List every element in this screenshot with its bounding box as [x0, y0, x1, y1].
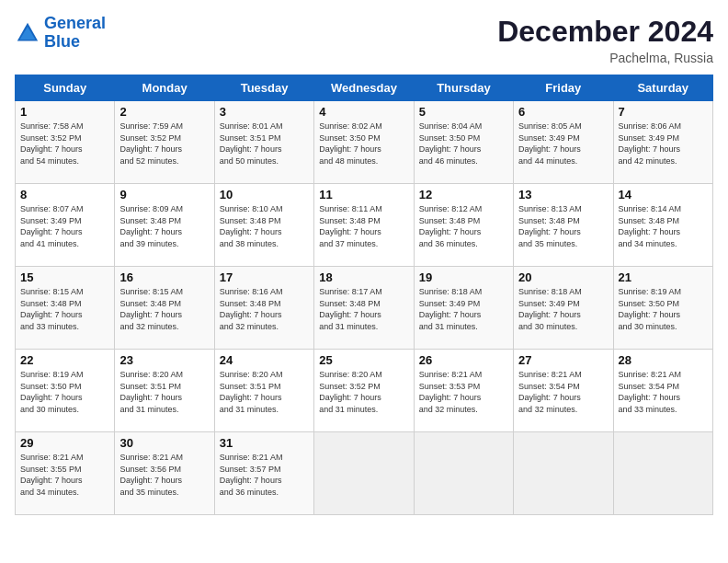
header-cell-wednesday: Wednesday [314, 75, 414, 101]
day-info: Sunrise: 8:14 AM Sunset: 3:48 PM Dayligh… [619, 203, 708, 249]
day-number: 26 [419, 353, 508, 367]
logo: General Blue [15, 15, 106, 52]
day-cell: 11Sunrise: 8:11 AM Sunset: 3:48 PM Dayli… [314, 184, 414, 267]
day-cell [414, 432, 513, 515]
day-cell: 15Sunrise: 8:15 AM Sunset: 3:48 PM Dayli… [16, 267, 115, 350]
day-cell: 17Sunrise: 8:16 AM Sunset: 3:48 PM Dayli… [214, 267, 313, 350]
day-cell: 26Sunrise: 8:21 AM Sunset: 3:53 PM Dayli… [414, 350, 513, 432]
day-cell: 31Sunrise: 8:21 AM Sunset: 3:57 PM Dayli… [214, 432, 313, 515]
day-number: 1 [20, 105, 109, 119]
day-info: Sunrise: 8:11 AM Sunset: 3:48 PM Dayligh… [319, 203, 408, 249]
day-info: Sunrise: 8:01 AM Sunset: 3:51 PM Dayligh… [220, 121, 309, 167]
week-row-4: 22Sunrise: 8:19 AM Sunset: 3:50 PM Dayli… [16, 350, 713, 432]
day-number: 4 [319, 105, 408, 119]
week-row-2: 8Sunrise: 8:07 AM Sunset: 3:49 PM Daylig… [16, 184, 713, 267]
day-number: 10 [220, 188, 309, 201]
day-info: Sunrise: 8:18 AM Sunset: 3:49 PM Dayligh… [419, 286, 508, 332]
day-info: Sunrise: 8:04 AM Sunset: 3:50 PM Dayligh… [419, 121, 508, 167]
day-cell: 24Sunrise: 8:20 AM Sunset: 3:51 PM Dayli… [214, 350, 313, 432]
header-cell-friday: Friday [514, 75, 613, 101]
day-number: 19 [419, 270, 508, 284]
day-info: Sunrise: 8:19 AM Sunset: 3:50 PM Dayligh… [619, 286, 708, 332]
day-number: 14 [619, 188, 708, 201]
day-info: Sunrise: 8:15 AM Sunset: 3:48 PM Dayligh… [20, 286, 109, 332]
week-row-1: 1Sunrise: 7:58 AM Sunset: 3:52 PM Daylig… [16, 101, 713, 184]
calendar-body: 1Sunrise: 7:58 AM Sunset: 3:52 PM Daylig… [16, 101, 713, 515]
day-info: Sunrise: 8:20 AM Sunset: 3:51 PM Dayligh… [119, 369, 209, 415]
day-number: 15 [20, 270, 109, 284]
day-number: 6 [518, 105, 608, 119]
day-number: 29 [20, 436, 109, 450]
day-info: Sunrise: 8:20 AM Sunset: 3:52 PM Dayligh… [319, 369, 408, 415]
week-row-5: 29Sunrise: 8:21 AM Sunset: 3:55 PM Dayli… [16, 432, 713, 515]
day-cell: 21Sunrise: 8:19 AM Sunset: 3:50 PM Dayli… [613, 267, 712, 350]
day-info: Sunrise: 8:07 AM Sunset: 3:49 PM Dayligh… [20, 203, 109, 249]
day-number: 23 [119, 353, 209, 367]
day-cell: 27Sunrise: 8:21 AM Sunset: 3:54 PM Dayli… [514, 350, 613, 432]
day-cell: 16Sunrise: 8:15 AM Sunset: 3:48 PM Dayli… [115, 267, 214, 350]
day-cell: 9Sunrise: 8:09 AM Sunset: 3:48 PM Daylig… [115, 184, 214, 267]
day-info: Sunrise: 8:12 AM Sunset: 3:48 PM Dayligh… [419, 203, 508, 249]
day-cell: 25Sunrise: 8:20 AM Sunset: 3:52 PM Dayli… [314, 350, 414, 432]
month-title: December 2024 [497, 15, 713, 49]
day-cell: 4Sunrise: 8:02 AM Sunset: 3:50 PM Daylig… [314, 101, 414, 184]
day-number: 18 [319, 270, 408, 284]
header-cell-sunday: Sunday [16, 75, 115, 101]
header-cell-thursday: Thursday [414, 75, 513, 101]
day-cell: 14Sunrise: 8:14 AM Sunset: 3:48 PM Dayli… [613, 184, 712, 267]
day-number: 27 [518, 353, 608, 367]
logo-text: General Blue [44, 15, 106, 52]
day-cell: 5Sunrise: 8:04 AM Sunset: 3:50 PM Daylig… [414, 101, 513, 184]
header-row: SundayMondayTuesdayWednesdayThursdayFrid… [16, 75, 713, 101]
day-cell: 6Sunrise: 8:05 AM Sunset: 3:49 PM Daylig… [514, 101, 613, 184]
day-number: 25 [319, 353, 408, 367]
page-header: General Blue December 2024 Pachelma, Rus… [15, 15, 713, 65]
day-cell: 20Sunrise: 8:18 AM Sunset: 3:49 PM Dayli… [514, 267, 613, 350]
day-number: 22 [20, 353, 109, 367]
day-cell: 28Sunrise: 8:21 AM Sunset: 3:54 PM Dayli… [613, 350, 712, 432]
day-number: 13 [518, 188, 608, 201]
day-number: 12 [419, 188, 508, 201]
day-info: Sunrise: 8:18 AM Sunset: 3:49 PM Dayligh… [518, 286, 608, 332]
calendar-header: SundayMondayTuesdayWednesdayThursdayFrid… [16, 75, 713, 101]
day-cell: 18Sunrise: 8:17 AM Sunset: 3:48 PM Dayli… [314, 267, 414, 350]
logo-icon [15, 20, 40, 46]
day-cell [613, 432, 712, 515]
day-number: 7 [619, 105, 708, 119]
day-info: Sunrise: 8:21 AM Sunset: 3:55 PM Dayligh… [20, 452, 109, 498]
day-cell: 2Sunrise: 7:59 AM Sunset: 3:52 PM Daylig… [115, 101, 214, 184]
logo-line2: Blue [44, 32, 80, 51]
day-number: 8 [20, 188, 109, 201]
day-info: Sunrise: 8:21 AM Sunset: 3:57 PM Dayligh… [220, 452, 309, 498]
day-info: Sunrise: 8:06 AM Sunset: 3:49 PM Dayligh… [619, 121, 708, 167]
day-number: 2 [119, 105, 209, 119]
day-info: Sunrise: 7:59 AM Sunset: 3:52 PM Dayligh… [119, 121, 209, 167]
day-info: Sunrise: 8:16 AM Sunset: 3:48 PM Dayligh… [220, 286, 309, 332]
header-cell-saturday: Saturday [613, 75, 712, 101]
day-cell [514, 432, 613, 515]
day-number: 21 [619, 270, 708, 284]
header-cell-monday: Monday [115, 75, 214, 101]
day-cell: 22Sunrise: 8:19 AM Sunset: 3:50 PM Dayli… [16, 350, 115, 432]
header-cell-tuesday: Tuesday [214, 75, 313, 101]
day-info: Sunrise: 8:21 AM Sunset: 3:54 PM Dayligh… [619, 369, 708, 415]
day-info: Sunrise: 8:09 AM Sunset: 3:48 PM Dayligh… [119, 203, 209, 249]
day-info: Sunrise: 8:20 AM Sunset: 3:51 PM Dayligh… [220, 369, 309, 415]
day-info: Sunrise: 8:13 AM Sunset: 3:48 PM Dayligh… [518, 203, 608, 249]
day-info: Sunrise: 8:21 AM Sunset: 3:54 PM Dayligh… [518, 369, 608, 415]
day-cell: 1Sunrise: 7:58 AM Sunset: 3:52 PM Daylig… [16, 101, 115, 184]
logo-line1: General [44, 14, 106, 32]
day-number: 17 [220, 270, 309, 284]
day-cell [314, 432, 414, 515]
day-cell: 23Sunrise: 8:20 AM Sunset: 3:51 PM Dayli… [115, 350, 214, 432]
day-info: Sunrise: 8:05 AM Sunset: 3:49 PM Dayligh… [518, 121, 608, 167]
day-info: Sunrise: 8:10 AM Sunset: 3:48 PM Dayligh… [220, 203, 309, 249]
day-cell: 7Sunrise: 8:06 AM Sunset: 3:49 PM Daylig… [613, 101, 712, 184]
day-number: 31 [220, 436, 309, 450]
day-cell: 8Sunrise: 8:07 AM Sunset: 3:49 PM Daylig… [16, 184, 115, 267]
day-cell: 10Sunrise: 8:10 AM Sunset: 3:48 PM Dayli… [214, 184, 313, 267]
day-info: Sunrise: 8:17 AM Sunset: 3:48 PM Dayligh… [319, 286, 408, 332]
day-cell: 3Sunrise: 8:01 AM Sunset: 3:51 PM Daylig… [214, 101, 313, 184]
day-cell: 13Sunrise: 8:13 AM Sunset: 3:48 PM Dayli… [514, 184, 613, 267]
day-info: Sunrise: 8:02 AM Sunset: 3:50 PM Dayligh… [319, 121, 408, 167]
